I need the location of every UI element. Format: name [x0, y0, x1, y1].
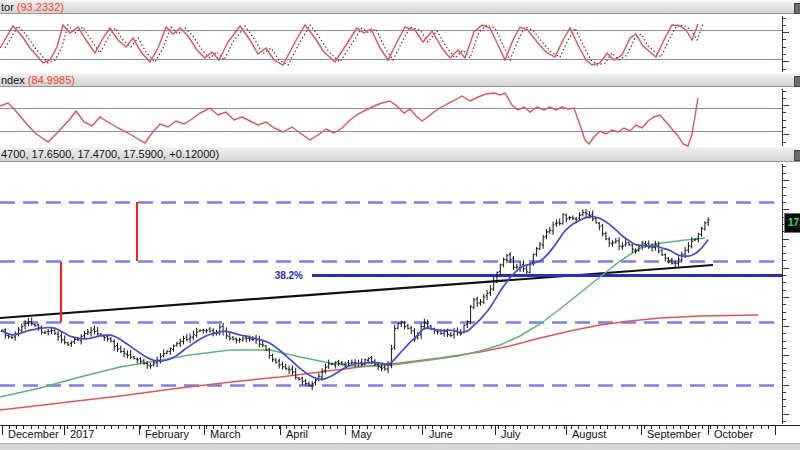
stochastic-chart[interactable]: [0, 14, 800, 73]
price-panel-header[interactable]: 4700, 17.6500, 17.4700, 17.5900, +0.1200…: [0, 147, 800, 162]
y-axis[interactable]: [783, 89, 789, 146]
stochastic-value: (93.2332): [17, 1, 64, 13]
last-price-tag: 17.59: [784, 213, 800, 233]
panel-menu-icon[interactable]: [794, 76, 800, 87]
stochastic-plot[interactable]: [0, 14, 800, 73]
rsi-panel-header[interactable]: ndex(84.9985): [0, 73, 800, 87]
month-label: August: [572, 428, 606, 440]
month-label: May: [351, 428, 372, 440]
ma-fast-line: [2, 216, 708, 379]
price-plot[interactable]: 38.2%: [0, 162, 800, 425]
month-label: September: [647, 428, 701, 440]
rsi-value: (84.9985): [28, 74, 75, 86]
panel-menu-icon[interactable]: [794, 150, 800, 161]
rsi-panel-title: ndex(84.9985): [1, 74, 75, 87]
fib-382-label: 38.2%: [275, 270, 303, 281]
month-label: February: [145, 428, 189, 440]
y-axis[interactable]: [783, 164, 789, 424]
rsi-line: [0, 93, 698, 146]
month-label: June: [429, 428, 453, 440]
chart-window: tor(93.2332) ndex(84.9985) 4700, 17.6500…: [0, 0, 800, 450]
bottom-strip: [0, 443, 800, 450]
price-chart[interactable]: 38.2%: [0, 162, 800, 425]
month-label: March: [210, 428, 241, 440]
price-panel-title: 4700, 17.6500, 17.4700, 17.5900, +0.1200…: [1, 148, 219, 161]
month-label: July: [501, 428, 521, 440]
month-label: 2017: [70, 428, 94, 440]
rsi-chart[interactable]: [0, 87, 800, 147]
month-label: October: [714, 428, 753, 440]
month-label: December: [8, 428, 59, 440]
stochastic-panel-header[interactable]: tor(93.2332): [0, 0, 800, 14]
panel-menu-icon[interactable]: [794, 3, 800, 14]
rsi-plot[interactable]: [0, 87, 800, 147]
month-label: April: [286, 428, 308, 440]
x-axis[interactable]: December2017FebruaryMarchAprilMayJuneJul…: [0, 425, 800, 443]
stochastic-panel-title: tor(93.2332): [1, 1, 64, 14]
y-axis[interactable]: [783, 16, 789, 72]
